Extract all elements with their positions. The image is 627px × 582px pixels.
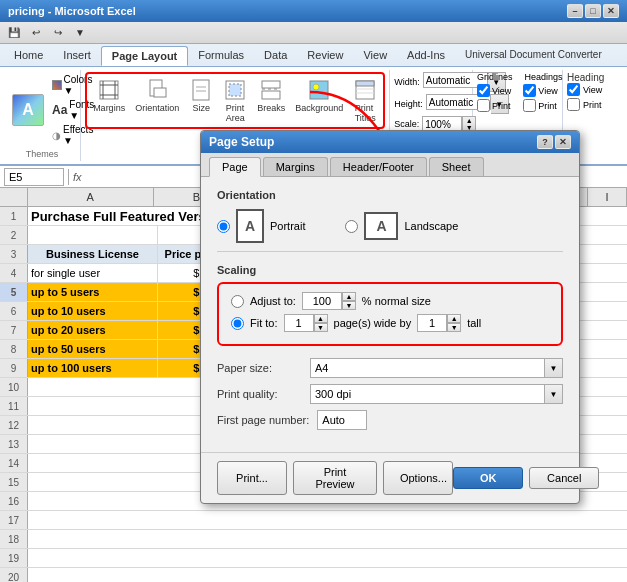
print-preview-button[interactable]: Print Preview [293,461,377,495]
headings-header: Headings [525,72,563,82]
dialog-tab-page[interactable]: Page [209,157,261,177]
sheet-options-checkboxes: View Print View Print [477,84,558,112]
close-button[interactable]: ✕ [603,4,619,18]
adjust-to-radio[interactable] [231,295,244,308]
fit-to-wide-spinner: ▲ ▼ [284,314,328,332]
dialog-title: Page Setup [209,135,274,149]
portrait-icon: A [236,209,264,243]
adjust-to-up[interactable]: ▲ [342,292,356,301]
headings-print-checkbox[interactable] [523,99,536,112]
col-header-i[interactable]: I [588,188,627,206]
dialog-help-button[interactable]: ? [537,135,553,149]
tab-formulas[interactable]: Formulas [188,46,254,66]
fit-to-tall-input[interactable] [417,314,447,332]
undo-qat-button[interactable]: ↩ [26,24,46,42]
maximize-button[interactable]: □ [585,4,601,18]
save-qat-button[interactable]: 💾 [4,24,24,42]
heading-print-checkbox[interactable] [567,98,580,111]
cell-a4[interactable]: for single user [28,264,158,282]
qat-dropdown-button[interactable]: ▼ [70,24,90,42]
dialog-tab-sheet[interactable]: Sheet [429,157,484,176]
row-num-3: 3 [0,245,28,263]
portrait-radio[interactable] [217,220,230,233]
cell-a7[interactable]: up to 20 users [28,321,158,339]
fit-to-radio[interactable] [231,317,244,330]
name-box[interactable] [4,168,64,186]
adjust-to-input[interactable] [302,292,342,310]
background-button[interactable]: Background [291,76,347,125]
tab-view[interactable]: View [353,46,397,66]
adjust-to-row: Adjust to: ▲ ▼ % normal size [231,292,549,310]
heading-view-checkbox[interactable] [567,83,580,96]
gridlines-print-checkbox[interactable] [477,99,490,112]
print-quality-input[interactable] [310,384,545,404]
paper-size-dropdown-wrapper: ▼ [310,358,563,378]
paper-size-dropdown-arrow[interactable]: ▼ [545,358,563,378]
tab-data[interactable]: Data [254,46,297,66]
print-area-button[interactable]: PrintArea [219,76,251,125]
fit-to-wide-input[interactable] [284,314,314,332]
cell-a2[interactable] [28,226,158,244]
fit-to-tall-suffix: tall [467,317,481,329]
row-num-header [0,188,28,206]
dialog-title-bar: Page Setup ? ✕ [201,131,579,153]
landscape-radio[interactable] [345,220,358,233]
options-button[interactable]: Options... [383,461,453,495]
landscape-option[interactable]: A Landscape [345,212,458,240]
height-row: Height: ▼ [394,94,468,114]
tab-home[interactable]: Home [4,46,53,66]
adjust-to-down[interactable]: ▼ [342,301,356,310]
tab-review[interactable]: Review [297,46,353,66]
print-button[interactable]: Print... [217,461,287,495]
first-page-number-row: First page number: [217,410,563,430]
headings-view-checkbox[interactable] [523,84,536,97]
col-header-a[interactable]: A [28,188,154,206]
cell-a8[interactable]: up to 50 users [28,340,158,358]
heading-view-label: View [583,85,602,95]
headings-view-label: View [523,84,557,97]
tab-insert[interactable]: Insert [53,46,101,66]
size-button[interactable]: Size [185,76,217,125]
redo-qat-button[interactable]: ↪ [48,24,68,42]
minimize-button[interactable]: – [567,4,583,18]
cell-a6[interactable]: up to 10 users [28,302,158,320]
tab-page-layout[interactable]: Page Layout [101,46,188,66]
gridlines-view-checkbox[interactable] [477,84,490,97]
tab-udc[interactable]: Universal Document Converter [455,46,612,66]
fit-to-wide-down[interactable]: ▼ [314,323,328,332]
cell-a3[interactable]: Business License [28,245,158,263]
breaks-button[interactable]: Breaks [253,76,289,125]
app-title: pricing - Microsoft Excel [8,5,136,17]
dialog-tab-headerfooter[interactable]: Header/Footer [330,157,427,176]
row-num-19: 19 [0,549,28,567]
print-titles-button[interactable]: PrintTitles [349,76,381,125]
portrait-option[interactable]: A Portrait [217,209,305,243]
ok-button[interactable]: OK [453,467,523,489]
first-page-number-input[interactable] [317,410,367,430]
fit-to-wide-up[interactable]: ▲ [314,314,328,323]
tab-addins[interactable]: Add-Ins [397,46,455,66]
cell-a9[interactable]: up to 100 users [28,359,158,377]
table-row: 20 [0,568,627,582]
fonts-icon: Aa [52,103,67,117]
fit-to-wide-suffix: page(s) wide by [334,317,412,329]
orientation-button[interactable]: Orientation [131,76,183,125]
gridlines-header: Gridlines [477,72,513,82]
margins-button[interactable]: Margins [89,76,129,125]
orientation-row: A Portrait A Landscape [217,209,563,252]
cell-a5[interactable]: up to 5 users [28,283,158,301]
dialog-close-button[interactable]: ✕ [555,135,571,149]
scaling-section: Adjust to: ▲ ▼ % normal size Fit to: ▲ [217,282,563,346]
themes-button[interactable]: A [10,92,46,128]
gridlines-view-label: View [477,84,511,97]
fit-to-tall-down[interactable]: ▼ [447,323,461,332]
themes-icon: A [12,94,44,126]
paper-size-input[interactable] [310,358,545,378]
print-quality-dropdown-arrow[interactable]: ▼ [545,384,563,404]
colors-swatch [52,80,62,90]
adjust-to-suffix: % normal size [362,295,431,307]
dialog-tab-margins[interactable]: Margins [263,157,328,176]
cancel-button[interactable]: Cancel [529,467,599,489]
fit-to-tall-up[interactable]: ▲ [447,314,461,323]
print-area-label: PrintArea [226,103,245,123]
